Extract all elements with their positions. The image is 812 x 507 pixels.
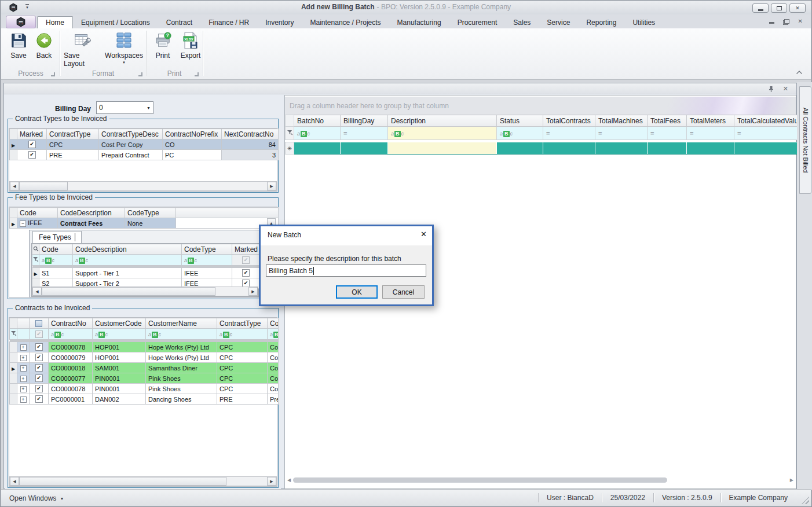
tab-manufacturing[interactable]: Manufacturing — [389, 16, 449, 28]
column-header-codedescription[interactable]: CodeDescription — [73, 244, 182, 255]
cell[interactable]: PRE — [217, 394, 268, 405]
filter-cell[interactable]: ✔ — [30, 329, 49, 340]
cell[interactable]: PC0000001 — [49, 394, 93, 405]
filter-cell[interactable]: = — [341, 127, 388, 140]
filter-cell[interactable]: aBc — [93, 329, 146, 340]
filter-row-indicator[interactable] — [10, 329, 17, 340]
horizontal-scrollbar[interactable]: ◀ ▶ — [9, 476, 277, 486]
workspaces-button[interactable]: Workspaces ▼ — [104, 32, 144, 64]
filter-cell[interactable]: = — [734, 127, 798, 140]
cell[interactable]: HOP001 — [93, 352, 146, 363]
column-header-contracttypedesc[interactable]: ContractTypeDesc — [99, 129, 163, 139]
checkbox-checked-icon[interactable]: ✔ — [242, 269, 250, 277]
column-header-status[interactable]: Status — [497, 115, 543, 127]
column-header-batchno[interactable]: BatchNo — [294, 115, 341, 127]
billing-day-dropdown[interactable]: 0 ▼ — [96, 101, 153, 114]
tab-home[interactable]: Home — [37, 16, 73, 28]
cell[interactable]: Prep — [268, 394, 279, 405]
filter-cell[interactable]: = — [543, 127, 595, 140]
cell[interactable]: Hope Works (Pty) Ltd — [146, 342, 217, 352]
cell[interactable]: None — [125, 218, 176, 229]
column-header-contractnoprefix[interactable]: ContractNoPrefix — [163, 129, 222, 139]
cell[interactable]: HOP001 — [93, 342, 146, 352]
filter-cell[interactable]: aBc — [294, 127, 341, 140]
column-header-contractno[interactable]: ContractNo — [49, 318, 93, 329]
filter-cell[interactable]: = — [648, 127, 687, 140]
checkbox-checked-icon[interactable]: ✔ — [35, 354, 43, 361]
expand-icon[interactable]: + — [20, 365, 27, 372]
column-header-contracttypedesc[interactable]: Con — [268, 318, 279, 329]
cell[interactable]: IFEE — [182, 268, 232, 278]
tab-sales[interactable]: Sales — [505, 16, 539, 28]
scroll-left-icon[interactable]: ◀ — [32, 287, 42, 296]
pin-icon[interactable] — [768, 86, 774, 94]
scroll-left-icon[interactable]: ◀ — [287, 477, 291, 483]
cell[interactable]: PIN0001 — [93, 373, 146, 384]
filter-cell[interactable]: aBc — [268, 329, 279, 340]
export-button[interactable]: XLSX Export — [177, 32, 204, 60]
mdi-close-icon[interactable]: ✕ — [798, 19, 803, 24]
cell-expand[interactable]: + — [17, 363, 30, 373]
column-header-code[interactable]: Code — [17, 208, 58, 218]
cell[interactable]: CPC — [217, 352, 268, 363]
cell[interactable]: 3 — [222, 150, 279, 160]
cell[interactable]: Support - Tier 1 — [73, 268, 182, 278]
filter-cell[interactable]: aBc — [146, 329, 217, 340]
cell[interactable]: Cost — [268, 352, 279, 363]
new-row-cell[interactable] — [595, 142, 648, 155]
save-layout-button[interactable]: Save Layout — [64, 32, 101, 68]
new-row-cell[interactable] — [543, 142, 595, 155]
open-windows-button[interactable]: Open Windows ▼ — [9, 494, 64, 502]
tab-finance-hr[interactable]: Finance / HR — [200, 16, 257, 28]
column-header-billingday[interactable]: BillingDay — [341, 115, 388, 127]
column-header[interactable] — [286, 115, 294, 127]
tab-utilities[interactable]: Utilities — [624, 16, 663, 28]
new-row-cell[interactable] — [734, 142, 798, 155]
cell-marked[interactable]: ✔ — [30, 352, 49, 363]
application-menu-button[interactable] — [6, 16, 36, 28]
resize-grip[interactable] — [802, 497, 809, 504]
horizontal-scrollbar[interactable]: ◀ ▶ — [287, 476, 793, 484]
filter-cell[interactable]: ✔ — [232, 255, 260, 266]
select-all-checkbox-icon[interactable] — [35, 320, 42, 327]
group-by-area[interactable]: Drag a column header here to group by th… — [285, 97, 796, 115]
cell-marked[interactable]: ✔ — [30, 363, 49, 373]
expand-icon[interactable]: + — [20, 376, 27, 382]
save-button[interactable]: Save — [7, 32, 30, 60]
expand-icon[interactable]: + — [20, 396, 27, 403]
cell-marked[interactable]: ✔ — [17, 150, 47, 160]
checkbox-checked-icon[interactable]: ✔ — [35, 364, 43, 372]
cell-expand[interactable]: + — [17, 352, 30, 363]
column-header-contracttype[interactable]: ContractType — [217, 318, 268, 329]
column-header-totalcalculatedvalue[interactable]: TotalCalculatedValue — [734, 115, 798, 127]
column-header-codedescription[interactable]: CodeDescription — [58, 208, 125, 218]
filter-cell[interactable]: aBc — [39, 255, 73, 266]
cell[interactable]: Pink Shoes — [146, 384, 217, 394]
scrollbar-thumb[interactable] — [42, 287, 215, 296]
cell[interactable]: Cost — [268, 363, 279, 373]
tab-equipment-locations[interactable]: Equipment / Locations — [73, 16, 158, 28]
checkbox-checked-icon[interactable]: ✔ — [35, 343, 43, 351]
cell[interactable]: CPC — [217, 373, 268, 384]
cell[interactable]: PRE — [47, 150, 99, 160]
column-header-contracttype[interactable]: ContractType — [47, 129, 99, 139]
process-dialog-launcher-icon[interactable] — [51, 72, 55, 76]
cell[interactable]: DAN002 — [93, 394, 146, 405]
filter-cell[interactable] — [17, 329, 30, 340]
filter-row-indicator[interactable] — [32, 255, 39, 266]
scrollbar-thumb[interactable] — [19, 182, 68, 190]
cell[interactable]: CPC — [217, 384, 268, 394]
cell-marked[interactable]: ✔ — [30, 342, 49, 352]
expand-icon[interactable]: + — [20, 355, 27, 361]
cell[interactable]: Contract Fees — [58, 218, 125, 229]
cell[interactable]: PIN0001 — [93, 384, 146, 394]
cell-expand[interactable]: + — [17, 342, 30, 352]
scroll-right-icon[interactable]: ▶ — [790, 477, 793, 483]
scroll-right-icon[interactable]: ▶ — [267, 182, 276, 190]
checkbox-checked-icon[interactable]: ✔ — [35, 385, 43, 392]
expand-icon[interactable]: + — [20, 386, 27, 392]
cell-code[interactable]: − IFEE — [17, 218, 58, 229]
cell[interactable]: CO0000077 — [49, 373, 93, 384]
filter-cell[interactable]: aBc — [49, 329, 93, 340]
column-header[interactable] — [10, 318, 17, 329]
